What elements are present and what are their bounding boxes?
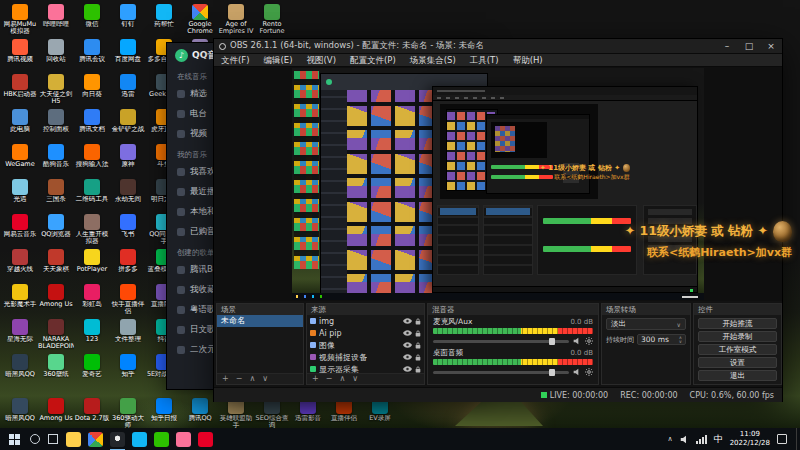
desktop-icon[interactable]: 人生重开模拟器 [74,214,110,249]
obs-preview-zone[interactable]: ✦ 11级小娇妻 或 钻粉 ✦ 联系<纸鹤Hiraeth>加vx群 [214,67,782,301]
desktop-icon[interactable]: 控制面板 [38,109,74,144]
desktop-icon[interactable]: 彩虹岛 [74,284,110,319]
move-up-icon[interactable]: ∧ [249,374,255,384]
taskbar-app-icon[interactable] [110,432,125,447]
obs-menu-item[interactable]: 场景集合(S) [403,54,463,67]
obs-menu-item[interactable]: 编辑(E) [257,54,300,67]
desktop-icon[interactable]: 百度网盘 [110,39,146,74]
obs-titlebar[interactable]: OBS 26.1.1 (64-bit, windows) - 配置文件: 未命名… [214,39,782,54]
desktop-icon[interactable]: 快手直播伴侣 [110,284,146,319]
lock-icon[interactable] [415,330,421,337]
desktop-icon[interactable]: NARAKA BLADEPOINT [38,319,74,354]
obs-menu-item[interactable]: 配置文件(P) [343,54,403,67]
desktop-icon[interactable]: 永劫无间 [110,179,146,214]
taskbar-app-icon[interactable] [88,432,103,447]
desktop-icon[interactable]: 二维码工具 [74,179,110,214]
desktop-icon[interactable]: 三国杀 [38,179,74,214]
scene-list-item[interactable]: 未命名 [217,315,303,327]
obs-menu-item[interactable]: 帮助(H) [506,54,550,67]
visibility-eye-icon[interactable] [403,354,412,360]
desktop-icon[interactable]: PotPlayer [74,249,110,284]
desktop-icon[interactable]: HBK启动器 [2,74,38,109]
obs-control-button[interactable]: 设置 [698,357,777,368]
desktop-icon[interactable]: 回收站 [38,39,74,74]
speaker-icon[interactable] [573,368,581,376]
desktop-icon[interactable]: 光影魔术手 [2,284,38,319]
obs-preview-capture[interactable]: ✦ 11级小娇妻 或 钻粉 ✦ 联系<纸鹤Hiraeth>加vx群 [292,68,704,300]
desktop-icon[interactable]: 钉钉 [110,4,146,39]
cortana-icon[interactable] [30,434,40,444]
desktop-icon[interactable]: 哔哩哔哩 [38,4,74,39]
desktop-icon[interactable]: 大天使之剑H5 [38,74,74,109]
volume-slider-handle[interactable] [549,369,555,376]
desktop-icon[interactable]: 向日葵 [74,74,110,109]
duration-stepper[interactable]: ∧∨ [679,336,682,344]
lock-icon[interactable] [415,318,421,325]
desktop-icon[interactable]: 网易云音乐 [2,214,38,249]
input-method-indicator[interactable]: 中 [714,433,723,446]
desktop-icon[interactable]: 知乎 [110,354,146,389]
taskbar-app-icon[interactable] [66,432,81,447]
task-view-icon[interactable] [48,434,58,444]
desktop-icon[interactable]: 爱奇艺 [74,354,110,389]
desktop-icon[interactable]: WeGame [2,144,38,179]
action-center-icon[interactable] [777,434,787,444]
speaker-icon[interactable] [680,435,689,444]
desktop-icon[interactable]: 光遇 [2,179,38,214]
lock-icon[interactable] [415,354,421,361]
visibility-eye-icon[interactable] [403,342,412,348]
desktop-icon[interactable]: 星海无际 [2,319,38,354]
move-up-icon[interactable]: ∧ [339,374,345,384]
desktop-icon[interactable]: 穿越火线 [2,249,38,284]
desktop-icon[interactable]: 腾讯视频 [2,39,38,74]
desktop-icon[interactable]: Google Chrome [182,4,218,39]
add-icon[interactable]: + [312,374,319,384]
desktop-icon[interactable]: 文件整理 [110,319,146,354]
speaker-icon[interactable] [573,337,581,345]
desktop-icon[interactable]: 药帮忙 [146,4,182,39]
transition-duration-input[interactable]: 300 ms ∧∨ [637,334,686,345]
desktop-icon[interactable]: QQ浏览器 [38,214,74,249]
source-list-item[interactable]: 图像 [307,339,424,351]
move-down-icon[interactable]: ∨ [352,374,358,384]
desktop-icon[interactable]: 123 [74,319,110,354]
desktop-icon[interactable]: 金铲铲之战 [110,109,146,144]
visibility-eye-icon[interactable] [403,318,412,324]
remove-icon[interactable]: − [326,374,333,384]
gear-icon[interactable] [585,337,593,345]
close-button[interactable]: × [760,39,782,53]
desktop-icon[interactable]: 原神 [110,144,146,179]
desktop-icon[interactable]: 网易MuMu模拟器 [2,4,38,39]
obs-control-button[interactable]: 开始推流 [698,318,777,329]
obs-menu-item[interactable]: 文件(F) [214,54,257,67]
source-list-item[interactable]: 显示器采集 [307,363,424,373]
obs-menu-item[interactable]: 视图(V) [300,54,343,67]
add-icon[interactable]: + [222,374,229,384]
desktop-icon[interactable]: 腾讯会议 [74,39,110,74]
obs-control-button[interactable]: 开始录制 [698,331,777,342]
desktop-icon[interactable]: 搜狗输入法 [74,144,110,179]
desktop-icon[interactable]: Age of Empires IV [218,4,254,39]
taskbar-app-icon[interactable] [132,432,147,447]
maximize-button[interactable]: □ [738,39,760,53]
obs-control-button[interactable]: 退出 [698,370,777,381]
taskbar-app-icon[interactable] [176,432,191,447]
desktop-icon[interactable]: 拼多多 [110,249,146,284]
minimize-button[interactable]: – [716,39,738,53]
taskbar-clock[interactable]: 11:09 2022/12/28 [730,430,770,448]
desktop-icon[interactable]: 360壁纸 [38,354,74,389]
taskbar-app-icon[interactable] [154,432,169,447]
network-icon[interactable] [696,435,707,444]
lock-icon[interactable] [415,366,421,373]
desktop-icon[interactable]: 此电脑 [2,109,38,144]
start-button[interactable] [9,434,20,445]
taskbar-app-icon[interactable] [198,432,213,447]
visibility-eye-icon[interactable] [403,330,412,336]
volume-slider[interactable] [433,340,569,343]
obs-menu-item[interactable]: 工具(T) [463,54,506,67]
move-down-icon[interactable]: ∨ [262,374,268,384]
source-list-item[interactable]: img [307,315,424,327]
lock-icon[interactable] [415,342,421,349]
desktop-icon[interactable]: Rento Fortune [254,4,290,39]
tray-expand-chevron-icon[interactable]: ∧ [668,435,673,443]
